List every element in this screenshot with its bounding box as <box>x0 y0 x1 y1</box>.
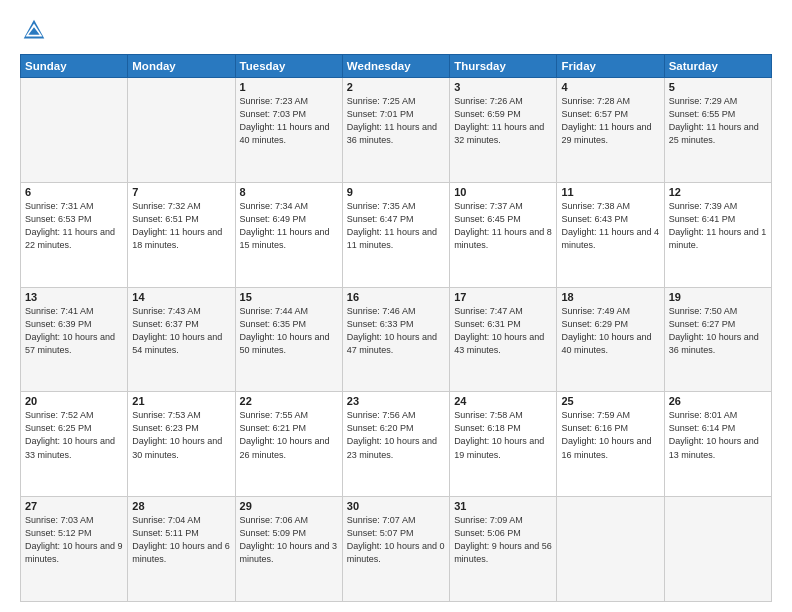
day-info: Sunrise: 7:07 AMSunset: 5:07 PMDaylight:… <box>347 514 445 566</box>
weekday-header-tuesday: Tuesday <box>235 55 342 78</box>
day-info: Sunrise: 7:43 AMSunset: 6:37 PMDaylight:… <box>132 305 230 357</box>
day-cell: 21Sunrise: 7:53 AMSunset: 6:23 PMDayligh… <box>128 392 235 497</box>
day-info: Sunrise: 7:34 AMSunset: 6:49 PMDaylight:… <box>240 200 338 252</box>
day-number: 28 <box>132 500 230 512</box>
week-row-3: 13Sunrise: 7:41 AMSunset: 6:39 PMDayligh… <box>21 287 772 392</box>
day-cell: 9Sunrise: 7:35 AMSunset: 6:47 PMDaylight… <box>342 182 449 287</box>
day-cell: 20Sunrise: 7:52 AMSunset: 6:25 PMDayligh… <box>21 392 128 497</box>
day-info: Sunrise: 8:01 AMSunset: 6:14 PMDaylight:… <box>669 409 767 461</box>
day-number: 26 <box>669 395 767 407</box>
day-number: 24 <box>454 395 552 407</box>
day-number: 19 <box>669 291 767 303</box>
day-number: 13 <box>25 291 123 303</box>
day-info: Sunrise: 7:50 AMSunset: 6:27 PMDaylight:… <box>669 305 767 357</box>
day-info: Sunrise: 7:04 AMSunset: 5:11 PMDaylight:… <box>132 514 230 566</box>
day-info: Sunrise: 7:09 AMSunset: 5:06 PMDaylight:… <box>454 514 552 566</box>
weekday-header-thursday: Thursday <box>450 55 557 78</box>
day-info: Sunrise: 7:38 AMSunset: 6:43 PMDaylight:… <box>561 200 659 252</box>
day-info: Sunrise: 7:25 AMSunset: 7:01 PMDaylight:… <box>347 95 445 147</box>
day-number: 12 <box>669 186 767 198</box>
day-cell: 11Sunrise: 7:38 AMSunset: 6:43 PMDayligh… <box>557 182 664 287</box>
day-number: 31 <box>454 500 552 512</box>
day-number: 10 <box>454 186 552 198</box>
day-info: Sunrise: 7:32 AMSunset: 6:51 PMDaylight:… <box>132 200 230 252</box>
week-row-4: 20Sunrise: 7:52 AMSunset: 6:25 PMDayligh… <box>21 392 772 497</box>
day-number: 3 <box>454 81 552 93</box>
logo-icon <box>20 16 48 44</box>
day-number: 7 <box>132 186 230 198</box>
day-info: Sunrise: 7:58 AMSunset: 6:18 PMDaylight:… <box>454 409 552 461</box>
day-cell: 8Sunrise: 7:34 AMSunset: 6:49 PMDaylight… <box>235 182 342 287</box>
week-row-5: 27Sunrise: 7:03 AMSunset: 5:12 PMDayligh… <box>21 497 772 602</box>
day-info: Sunrise: 7:47 AMSunset: 6:31 PMDaylight:… <box>454 305 552 357</box>
day-number: 17 <box>454 291 552 303</box>
day-info: Sunrise: 7:39 AMSunset: 6:41 PMDaylight:… <box>669 200 767 252</box>
calendar-table: SundayMondayTuesdayWednesdayThursdayFrid… <box>20 54 772 602</box>
day-number: 22 <box>240 395 338 407</box>
day-info: Sunrise: 7:53 AMSunset: 6:23 PMDaylight:… <box>132 409 230 461</box>
logo <box>20 16 52 44</box>
day-cell: 24Sunrise: 7:58 AMSunset: 6:18 PMDayligh… <box>450 392 557 497</box>
day-info: Sunrise: 7:26 AMSunset: 6:59 PMDaylight:… <box>454 95 552 147</box>
day-info: Sunrise: 7:31 AMSunset: 6:53 PMDaylight:… <box>25 200 123 252</box>
day-number: 16 <box>347 291 445 303</box>
day-number: 8 <box>240 186 338 198</box>
weekday-header-row: SundayMondayTuesdayWednesdayThursdayFrid… <box>21 55 772 78</box>
day-info: Sunrise: 7:55 AMSunset: 6:21 PMDaylight:… <box>240 409 338 461</box>
day-number: 5 <box>669 81 767 93</box>
day-cell: 18Sunrise: 7:49 AMSunset: 6:29 PMDayligh… <box>557 287 664 392</box>
day-info: Sunrise: 7:23 AMSunset: 7:03 PMDaylight:… <box>240 95 338 147</box>
day-cell <box>21 78 128 183</box>
day-cell: 14Sunrise: 7:43 AMSunset: 6:37 PMDayligh… <box>128 287 235 392</box>
day-cell: 29Sunrise: 7:06 AMSunset: 5:09 PMDayligh… <box>235 497 342 602</box>
day-info: Sunrise: 7:52 AMSunset: 6:25 PMDaylight:… <box>25 409 123 461</box>
day-info: Sunrise: 7:37 AMSunset: 6:45 PMDaylight:… <box>454 200 552 252</box>
day-number: 23 <box>347 395 445 407</box>
page-header <box>20 16 772 44</box>
day-cell: 5Sunrise: 7:29 AMSunset: 6:55 PMDaylight… <box>664 78 771 183</box>
day-cell: 15Sunrise: 7:44 AMSunset: 6:35 PMDayligh… <box>235 287 342 392</box>
day-cell: 28Sunrise: 7:04 AMSunset: 5:11 PMDayligh… <box>128 497 235 602</box>
day-number: 27 <box>25 500 123 512</box>
day-info: Sunrise: 7:41 AMSunset: 6:39 PMDaylight:… <box>25 305 123 357</box>
day-cell: 13Sunrise: 7:41 AMSunset: 6:39 PMDayligh… <box>21 287 128 392</box>
day-cell: 26Sunrise: 8:01 AMSunset: 6:14 PMDayligh… <box>664 392 771 497</box>
day-number: 29 <box>240 500 338 512</box>
day-number: 2 <box>347 81 445 93</box>
day-cell: 1Sunrise: 7:23 AMSunset: 7:03 PMDaylight… <box>235 78 342 183</box>
day-number: 14 <box>132 291 230 303</box>
weekday-header-sunday: Sunday <box>21 55 128 78</box>
week-row-1: 1Sunrise: 7:23 AMSunset: 7:03 PMDaylight… <box>21 78 772 183</box>
day-number: 25 <box>561 395 659 407</box>
day-cell: 31Sunrise: 7:09 AMSunset: 5:06 PMDayligh… <box>450 497 557 602</box>
day-cell: 27Sunrise: 7:03 AMSunset: 5:12 PMDayligh… <box>21 497 128 602</box>
day-info: Sunrise: 7:49 AMSunset: 6:29 PMDaylight:… <box>561 305 659 357</box>
day-cell: 17Sunrise: 7:47 AMSunset: 6:31 PMDayligh… <box>450 287 557 392</box>
day-number: 11 <box>561 186 659 198</box>
day-cell: 25Sunrise: 7:59 AMSunset: 6:16 PMDayligh… <box>557 392 664 497</box>
day-cell: 3Sunrise: 7:26 AMSunset: 6:59 PMDaylight… <box>450 78 557 183</box>
day-cell: 23Sunrise: 7:56 AMSunset: 6:20 PMDayligh… <box>342 392 449 497</box>
weekday-header-friday: Friday <box>557 55 664 78</box>
day-cell: 10Sunrise: 7:37 AMSunset: 6:45 PMDayligh… <box>450 182 557 287</box>
day-cell <box>557 497 664 602</box>
day-info: Sunrise: 7:46 AMSunset: 6:33 PMDaylight:… <box>347 305 445 357</box>
day-cell: 30Sunrise: 7:07 AMSunset: 5:07 PMDayligh… <box>342 497 449 602</box>
day-number: 15 <box>240 291 338 303</box>
day-info: Sunrise: 7:35 AMSunset: 6:47 PMDaylight:… <box>347 200 445 252</box>
day-number: 1 <box>240 81 338 93</box>
day-number: 30 <box>347 500 445 512</box>
day-info: Sunrise: 7:29 AMSunset: 6:55 PMDaylight:… <box>669 95 767 147</box>
day-cell <box>128 78 235 183</box>
day-cell: 2Sunrise: 7:25 AMSunset: 7:01 PMDaylight… <box>342 78 449 183</box>
day-info: Sunrise: 7:06 AMSunset: 5:09 PMDaylight:… <box>240 514 338 566</box>
day-cell: 12Sunrise: 7:39 AMSunset: 6:41 PMDayligh… <box>664 182 771 287</box>
day-number: 9 <box>347 186 445 198</box>
day-number: 21 <box>132 395 230 407</box>
weekday-header-saturday: Saturday <box>664 55 771 78</box>
day-info: Sunrise: 7:59 AMSunset: 6:16 PMDaylight:… <box>561 409 659 461</box>
day-cell: 6Sunrise: 7:31 AMSunset: 6:53 PMDaylight… <box>21 182 128 287</box>
day-cell: 16Sunrise: 7:46 AMSunset: 6:33 PMDayligh… <box>342 287 449 392</box>
day-number: 20 <box>25 395 123 407</box>
day-number: 6 <box>25 186 123 198</box>
